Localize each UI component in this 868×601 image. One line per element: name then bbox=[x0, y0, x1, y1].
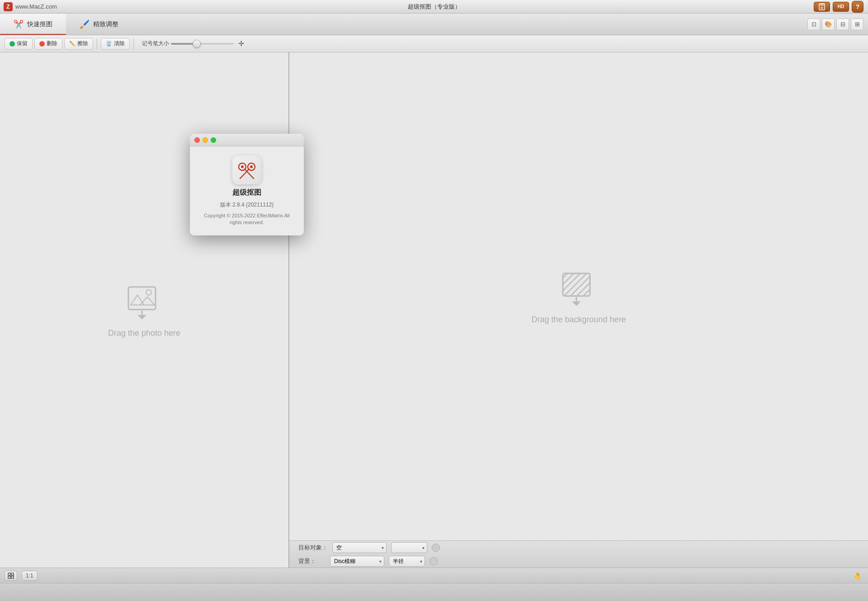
save-button[interactable] bbox=[814, 2, 830, 12]
clear-icon: 🗑️ bbox=[106, 41, 112, 47]
delete-icon bbox=[39, 41, 45, 47]
view-compare-button[interactable]: ⊟ bbox=[836, 19, 849, 30]
svg-rect-2 bbox=[821, 7, 823, 9]
right-panel-main[interactable]: Drag the background here bbox=[289, 52, 868, 540]
bg-drop-zone[interactable]: Drag the background here bbox=[531, 269, 626, 324]
main-content: Drag the photo here bbox=[0, 52, 868, 568]
status-bar: 1:1 🤚 bbox=[0, 568, 868, 583]
tools-bar: 保留 删除 ✏️ 擦除 🗑️ 清除 记号笔大小 ✛ bbox=[0, 35, 868, 52]
save-tool-button[interactable]: 保留 bbox=[5, 38, 33, 50]
bg-select-wrapper: Disc模糊 bbox=[330, 556, 384, 567]
tab-quick[interactable]: ✂️ 快速抠图 bbox=[0, 14, 66, 35]
bg-select[interactable]: Disc模糊 bbox=[330, 556, 384, 567]
traffic-light-minimize[interactable] bbox=[203, 137, 208, 143]
app-icon bbox=[232, 155, 261, 184]
about-dialog-content: 超级抠图 版本 2.8.4 (20211112) Copyright © 201… bbox=[190, 146, 304, 235]
clear-tool-button[interactable]: 🗑️ 清除 bbox=[101, 38, 130, 50]
svg-marker-4 bbox=[131, 295, 144, 305]
marker-size-label: 记号笔大小 bbox=[142, 40, 169, 47]
target-control-row: 目标对象： 空 bbox=[298, 542, 859, 553]
about-dialog-titlebar bbox=[190, 134, 304, 146]
divider2 bbox=[133, 38, 134, 49]
target-extra-wrapper bbox=[391, 542, 427, 553]
help-button[interactable]: ? bbox=[852, 1, 863, 13]
about-dialog: 超级抠图 版本 2.8.4 (20211112) Copyright © 201… bbox=[190, 134, 304, 235]
tab-precise[interactable]: 🖌️ 精致调整 bbox=[66, 14, 132, 35]
traffic-light-maximize[interactable] bbox=[211, 137, 216, 143]
traffic-light-close[interactable] bbox=[194, 137, 200, 143]
right-panel: Drag the background here 目标对象： 空 bbox=[289, 52, 868, 568]
divider1 bbox=[97, 38, 97, 49]
hand-tool-button[interactable]: 🤚 bbox=[851, 571, 863, 581]
svg-rect-16 bbox=[563, 273, 590, 296]
save-icon bbox=[9, 41, 15, 47]
help-label: ? bbox=[856, 3, 860, 10]
target-select-wrapper: 空 bbox=[332, 542, 387, 553]
quick-icon: ✂️ bbox=[14, 19, 24, 29]
delete-tool-button[interactable]: 删除 bbox=[34, 38, 62, 50]
target-extra-select[interactable] bbox=[391, 542, 427, 553]
titlebar-right-buttons: HD ? bbox=[814, 1, 863, 13]
delete-tool-label: 删除 bbox=[47, 40, 57, 47]
svg-point-12 bbox=[250, 165, 253, 168]
about-copyright: Copyright © 2015-2022 EffectMatrix All r… bbox=[199, 212, 295, 226]
target-label: 目标对象： bbox=[298, 544, 328, 552]
left-panel[interactable]: Drag the photo here bbox=[0, 52, 289, 568]
svg-rect-1 bbox=[820, 4, 824, 6]
clear-tool-label: 清除 bbox=[114, 40, 125, 47]
save-tool-label: 保留 bbox=[17, 40, 28, 47]
svg-rect-20 bbox=[11, 573, 14, 575]
background-control-row: 背景： Disc模糊 半径 bbox=[298, 556, 859, 567]
tab-quick-label: 快速抠图 bbox=[27, 20, 52, 28]
erase-tool-label: 擦除 bbox=[77, 40, 88, 47]
view-fit-button[interactable]: ⊡ bbox=[807, 19, 820, 30]
view-color-button[interactable]: 🎨 bbox=[822, 19, 835, 30]
zoom-label: 1:1 bbox=[22, 571, 38, 581]
erase-tool-button[interactable]: ✏️ 擦除 bbox=[64, 38, 93, 50]
titlebar: Z www.MacZ.com 超级抠图（专业版） HD ? bbox=[0, 0, 868, 14]
tab-bar: ✂️ 快速抠图 🖌️ 精致调整 ⊡ 🎨 ⊟ ⊞ bbox=[0, 14, 868, 35]
bg-drop-text: Drag the background here bbox=[531, 315, 626, 324]
svg-rect-3 bbox=[128, 287, 156, 310]
erase-icon: ✏️ bbox=[69, 41, 75, 47]
footer-bar bbox=[0, 583, 868, 601]
photo-drop-icon bbox=[124, 282, 165, 323]
move-icon[interactable]: ✛ bbox=[236, 39, 246, 49]
app-title: 超级抠图（专业版） bbox=[408, 3, 461, 11]
target-color-swatch[interactable] bbox=[432, 544, 440, 552]
marker-size-slider[interactable] bbox=[171, 43, 234, 45]
about-app-name: 超级抠图 bbox=[232, 188, 261, 197]
precise-icon: 🖌️ bbox=[80, 19, 90, 29]
svg-rect-21 bbox=[8, 576, 10, 578]
radius-select-wrapper: 半径 bbox=[389, 556, 425, 567]
tab-precise-label: 精致调整 bbox=[93, 20, 118, 28]
view-export-button[interactable]: ⊞ bbox=[851, 19, 863, 30]
photo-drop-text: Drag the photo here bbox=[108, 329, 180, 338]
marker-slider-container bbox=[171, 43, 234, 45]
svg-rect-22 bbox=[11, 576, 14, 578]
save-hd-label: HD bbox=[838, 4, 844, 9]
right-bottom-controls: 目标对象： 空 背景： Disc模糊 bbox=[289, 540, 868, 568]
photo-drop-zone[interactable]: Drag the photo here bbox=[108, 282, 180, 338]
radius-select[interactable]: 半径 bbox=[389, 556, 425, 567]
background-label: 背景： bbox=[298, 557, 326, 565]
svg-marker-18 bbox=[572, 301, 581, 306]
view-controls: ⊡ 🎨 ⊟ ⊞ bbox=[807, 19, 863, 30]
svg-rect-19 bbox=[8, 573, 10, 575]
svg-point-11 bbox=[241, 165, 244, 168]
svg-point-6 bbox=[146, 290, 151, 295]
about-version: 版本 2.8.4 (20211112) bbox=[220, 201, 274, 209]
watermark: www.MacZ.com bbox=[15, 3, 57, 10]
target-select[interactable]: 空 bbox=[332, 542, 387, 553]
fit-view-button[interactable] bbox=[5, 571, 17, 581]
app-logo: Z bbox=[4, 2, 13, 11]
bg-color-swatch[interactable] bbox=[429, 557, 438, 565]
svg-marker-8 bbox=[137, 315, 146, 319]
bg-drop-icon bbox=[558, 269, 599, 310]
save-hd-button[interactable]: HD bbox=[833, 2, 849, 12]
